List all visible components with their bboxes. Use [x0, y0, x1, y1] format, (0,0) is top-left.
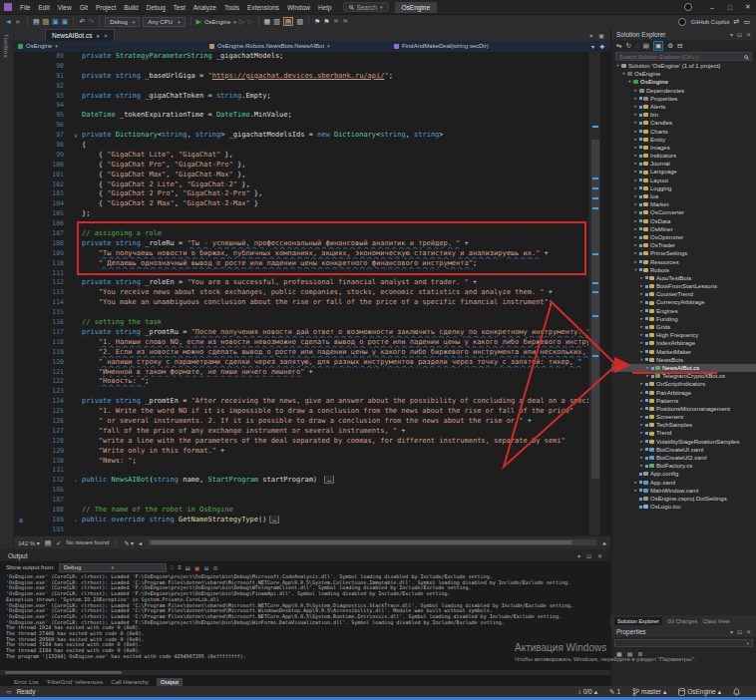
tree-item-indexarbitrage[interactable]: ▸IndexArbitrage	[611, 339, 756, 347]
start-debug-icon[interactable]: ▶	[196, 18, 201, 25]
code-line-114[interactable]: 114 "You make an unambiguous conclusion …	[14, 298, 588, 308]
breadcrumb-member[interactable]: FindAndMakeDeal(string secDir)	[394, 43, 489, 49]
breadcrumb-project[interactable]: OsEngine ▾	[18, 43, 58, 49]
tree-item-patterns[interactable]: ▸Patterns	[611, 397, 756, 405]
tree-item-botcreateui-xaml[interactable]: ▸BotCreateUI.xaml	[611, 446, 756, 454]
code-line-96[interactable]: 96	[14, 121, 588, 131]
code-line-104[interactable]: 104 { "GigaChat 2 Max", "GigaChat-2-Max"…	[14, 199, 588, 209]
maximize-button[interactable]: □	[722, 4, 738, 11]
properties-icon[interactable]: ⚙	[667, 42, 673, 50]
code-line-189[interactable]: ⊞189›public override string GetNameStrat…	[14, 516, 588, 525]
expand-arrow-icon[interactable]: ▸	[638, 454, 645, 462]
expand-arrow-icon[interactable]: ▸	[632, 119, 639, 127]
code-line-92[interactable]: 92	[14, 82, 588, 92]
expand-arrow-icon[interactable]: ▾	[638, 356, 645, 364]
expand-arrow-icon[interactable]: ▸	[632, 200, 639, 208]
stop-icon[interactable]: ▣	[194, 564, 200, 571]
panel-chevron-icon[interactable]: ▾	[730, 31, 733, 38]
code-line-126[interactable]: 126 " or several instruments. 2. If it i…	[14, 417, 588, 427]
code-line-124[interactable]: 124private string _promtEn = "After rece…	[14, 397, 588, 407]
expand-arrow-icon[interactable]: ▸	[638, 323, 645, 331]
word-wrap-icon[interactable]: ≡	[178, 564, 182, 570]
expand-arrow-icon[interactable]: ▸	[638, 290, 645, 298]
new-file-icon[interactable]: ▤	[33, 18, 40, 25]
expand-arrow-icon[interactable]: ▸	[638, 307, 645, 315]
sync-with-active-document-icon[interactable]: ▣	[653, 41, 663, 51]
code-line-193[interactable]: 193	[14, 525, 588, 535]
code-line-101[interactable]: 101 { "GigaChat Max", "GigaChat-Max" },	[14, 171, 588, 180]
tree-item-grids[interactable]: ▸Grids	[611, 323, 756, 331]
copilot-chat-icon[interactable]: ▭	[743, 18, 750, 25]
solution-explorer-search[interactable]	[615, 52, 752, 61]
expand-arrow-icon[interactable]: ▸	[638, 389, 645, 397]
expand-arrow-icon[interactable]: ▾	[620, 70, 627, 78]
tree-item-app-xaml[interactable]: ▸App.xaml	[611, 479, 756, 487]
tree-item-botcreateui2-xaml[interactable]: ▸BotCreateUI2.xaml	[611, 454, 756, 462]
expand-arrow-icon[interactable]: ▸	[632, 241, 639, 249]
tree-item-osdata[interactable]: ▸OsData	[611, 217, 756, 225]
tree-item-charts[interactable]: ▸Charts	[611, 128, 756, 136]
scroll-left-icon[interactable]: ◂	[139, 539, 142, 546]
expand-arrow-icon[interactable]: ▸	[638, 315, 645, 323]
tree-item-funding[interactable]: ▸Funding	[611, 315, 756, 323]
scrollbar-thumb[interactable]	[5, 671, 122, 674]
code-line-131[interactable]: 131	[14, 466, 588, 476]
code-line-107[interactable]: 107// assigning a role	[14, 229, 588, 239]
tree-item-journal[interactable]: ▸Journal	[611, 160, 756, 168]
bookmark-icon[interactable]: ⚑	[314, 18, 320, 25]
menu-test[interactable]: Test	[170, 4, 189, 11]
tree-item-screeners[interactable]: ▸Screeners	[611, 413, 756, 421]
tree-item-market[interactable]: ▸Market	[611, 200, 756, 208]
editor-vertical-scrollbar[interactable]	[588, 52, 600, 535]
menu-edit[interactable]: Edit	[34, 4, 53, 11]
explorer-tab-class-view[interactable]: Class View	[702, 618, 729, 624]
tree-item-osengine[interactable]: ▾OsEngine	[611, 78, 756, 86]
panel-close-icon[interactable]: ✕	[597, 552, 602, 559]
code-line-102[interactable]: 102 { "GigaChat 2 Lite", "GigaChat-2" },	[14, 180, 588, 190]
edit-mode-icon[interactable]: ✎ ▾	[124, 539, 134, 546]
open-folder-icon[interactable]: ▨	[43, 18, 50, 25]
navigate-forward-icon[interactable]: ►	[15, 18, 22, 25]
tree-item-high-frequency[interactable]: ▸High Frequency	[611, 331, 756, 339]
code-line-113[interactable]: 113 "You receive news about stock exchan…	[14, 288, 588, 298]
code-line-116[interactable]: 116// setting the task	[14, 318, 588, 328]
code-line-105[interactable]: 105};	[14, 209, 588, 219]
tree-item-mainwindow-xaml[interactable]: ▸MainWindow.xaml	[611, 487, 756, 495]
expand-arrow-icon[interactable]: ▸	[638, 446, 645, 454]
pending-edits-indicator[interactable]: ✎ 1	[609, 688, 620, 696]
expand-arrow-icon[interactable]: ▾	[614, 62, 621, 70]
split-view-icon[interactable]: ▤	[45, 539, 52, 546]
output-horizontal-scrollbar[interactable]	[0, 670, 610, 675]
properties-object-dropdown[interactable]: ▾	[614, 639, 753, 647]
code-line-186[interactable]: 186	[14, 486, 588, 496]
tree-item-robots[interactable]: ▾Robots	[611, 266, 756, 274]
expand-arrow-icon[interactable]: ▸	[632, 152, 639, 160]
expand-arrow-icon[interactable]: ▸	[638, 298, 645, 306]
tree-item-marketmaker[interactable]: ▸MarketMaker	[611, 348, 756, 356]
tree-item-alerts[interactable]: ▸Alerts	[611, 103, 756, 111]
expand-arrow-icon[interactable]: ▸	[632, 111, 639, 119]
expand-arrow-icon[interactable]: ▸	[638, 348, 645, 356]
save-all-icon[interactable]: ▣	[62, 18, 69, 25]
copilot-label[interactable]: GitHub Copilot	[690, 19, 729, 25]
build-icon[interactable]: ▦	[264, 18, 271, 25]
code-line-108[interactable]: 108private string _roleRu = "Ты - успешн…	[14, 239, 588, 249]
code-line-122[interactable]: 122 "Новость: ";	[14, 377, 588, 387]
code-line-112[interactable]: 112private string _roleEn = "You are a s…	[14, 278, 588, 288]
tree-item-volatilitystagerotationsamples[interactable]: ▸VolatilityStageRotationSamples	[611, 438, 756, 446]
panel-tab-error-list[interactable]: Error List	[14, 679, 38, 685]
collapse-all-icon[interactable]: ⊟	[677, 42, 682, 50]
tree-item-osoptimizer[interactable]: ▸OsOptimizer	[611, 233, 756, 241]
tree-item-positionsmicromanagement[interactable]: ▸PositionsMicromanagement	[611, 405, 756, 413]
menu-analyze[interactable]: Analyze	[189, 4, 220, 11]
code-line-187[interactable]: 187	[14, 496, 588, 506]
menu-help[interactable]: Help	[314, 4, 335, 11]
new-tab-icon[interactable]: ▣	[598, 32, 604, 39]
expand-arrow-icon[interactable]: ▸	[638, 429, 645, 437]
start-without-debug-icon[interactable]: ▷	[239, 18, 244, 25]
panel-pin-icon[interactable]: ⊡	[586, 552, 591, 559]
code-line-111[interactable]: 111	[14, 269, 588, 279]
bookmark-prev-icon[interactable]: ⚑	[333, 18, 339, 25]
tree-item-botfactory-cs[interactable]: ▸BotFactory.cs	[611, 462, 756, 470]
tree-item-solution-osengine-1-of-1-project-[interactable]: ▾Solution 'OsEngine' (1 of 1 project)	[611, 62, 756, 70]
